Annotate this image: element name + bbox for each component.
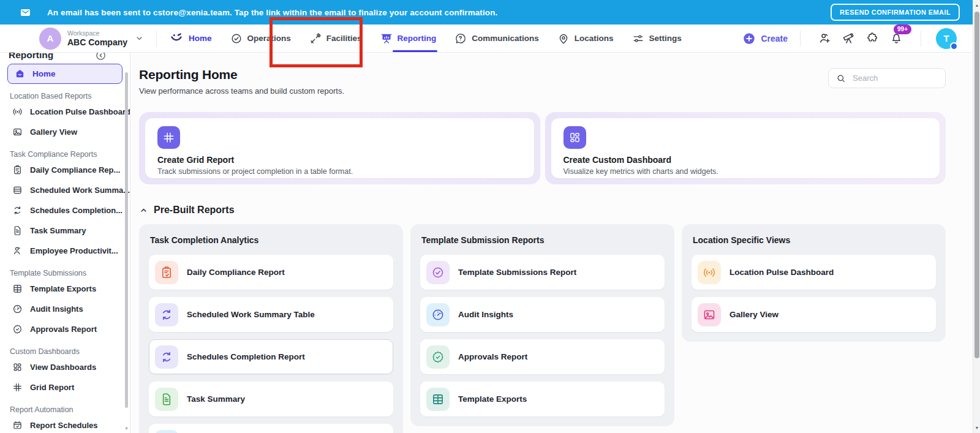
- status-dot: [950, 42, 958, 50]
- sidebar: Reporting Home Location Based Reports Lo…: [0, 53, 130, 433]
- report-item-location-pulse-dashboard[interactable]: Location Pulse Dashboard: [692, 255, 936, 290]
- app-root: An email has been sent to cstore@xenia.t…: [0, 0, 980, 433]
- sidebar-item-label: Task Summary: [30, 226, 86, 235]
- search-input[interactable]: [851, 73, 938, 83]
- rows-icon: [12, 185, 23, 195]
- telescope-icon[interactable]: [842, 32, 855, 45]
- badge-check-icon: [12, 324, 23, 334]
- sidebar-item-scheduled-work-summa[interactable]: Scheduled Work Summa...: [0, 180, 130, 200]
- person-add-icon[interactable]: [818, 32, 831, 45]
- signal-icon: [12, 107, 23, 117]
- report-item-approvals-report[interactable]: Approvals Report: [420, 339, 665, 374]
- sidebar-title: Reporting: [9, 53, 53, 61]
- sidebar-item-label: Scheduled Work Summa...: [30, 186, 130, 195]
- gauge-icon: [12, 304, 23, 314]
- report-item-audit-insights[interactable]: Audit Insights: [420, 297, 665, 332]
- create-card-description: Track submissions or project completion …: [157, 167, 522, 176]
- sidebar-item-label: Template Exports: [30, 284, 96, 293]
- workspace-switcher[interactable]: A Workspace ABC Company: [39, 28, 144, 50]
- scroll-down-arrow[interactable]: ▼: [973, 426, 980, 430]
- sidebar-scroll-down-arrow[interactable]: ▼: [124, 426, 129, 431]
- sidebar-item-label: Audit Insights: [30, 304, 83, 314]
- sidebar-item-daily-compliance-rep[interactable]: Daily Compliance Rep...: [0, 160, 130, 180]
- plus-circle-icon: [742, 32, 756, 45]
- tab-reporting[interactable]: Reporting: [380, 24, 437, 52]
- tab-home[interactable]: Home: [169, 24, 212, 52]
- report-item-label: Daily Compliance Report: [187, 268, 285, 277]
- sidebar-item-schedules-completion[interactable]: Schedules Completion...: [0, 200, 130, 220]
- sidebar-item-label: Location Pulse Dashboard: [30, 107, 130, 116]
- create-grid-report-card[interactable]: Create Grid Report Track submissions or …: [139, 112, 540, 184]
- tab-communications[interactable]: Communications: [454, 24, 539, 52]
- search-box[interactable]: [828, 68, 946, 88]
- sidebar-header: Reporting: [0, 53, 130, 62]
- refresh-icon: [155, 345, 178, 369]
- divider: [800, 31, 801, 47]
- sidebar-item-employee-productivit[interactable]: Employee Productivit...: [0, 241, 130, 261]
- sidebar-item-approvals-report[interactable]: Approvals Report: [0, 319, 130, 339]
- nav-item-label: Home: [189, 34, 212, 43]
- sidebar-item-task-summary[interactable]: Task Summary: [0, 220, 130, 241]
- create-button[interactable]: Create: [742, 32, 788, 45]
- report-item-daily-compliance-report[interactable]: Daily Compliance Report: [149, 255, 393, 290]
- check-circle-icon: [230, 32, 243, 45]
- clipboard-check-icon: [12, 165, 23, 175]
- sidebar-item-template-exports[interactable]: Template Exports: [0, 279, 130, 299]
- report-item-task-summary[interactable]: Task Summary: [149, 382, 393, 416]
- create-custom-dashboard-card[interactable]: Create Custom Dashboard Visualize key me…: [545, 112, 946, 184]
- gauge-icon: [426, 303, 450, 326]
- image-icon: [12, 127, 23, 137]
- sidebar-item-gallery-view[interactable]: Gallery View: [0, 122, 130, 142]
- prebuilt-column-title: Task Completion Analytics: [150, 235, 392, 245]
- sidebar-item-label: Home: [32, 69, 56, 78]
- report-item-schedules-completion-report[interactable]: Schedules Completion Report: [149, 339, 393, 374]
- banner-message: An email has been sent to cstore@xenia.t…: [47, 8, 497, 17]
- sidebar-item-view-dashboards[interactable]: View Dashboards: [0, 357, 130, 377]
- sidebar-item-location-pulse-dashboard[interactable]: Location Pulse Dashboard: [0, 102, 130, 122]
- chevron-up-icon: [139, 206, 148, 215]
- presentation-chart-icon: [380, 32, 393, 45]
- report-item-label: Gallery View: [729, 310, 778, 319]
- prebuilt-reports-title: Pre-Built Reports: [154, 205, 235, 216]
- nav-item-label: Communications: [472, 34, 539, 43]
- navbar-actions: Create 99+ T: [742, 28, 973, 49]
- chevron-down-icon: [134, 34, 144, 43]
- home-icon: [15, 69, 25, 79]
- tab-operations[interactable]: Operations: [230, 24, 291, 52]
- signal-icon: [698, 261, 721, 284]
- user-avatar[interactable]: T: [936, 28, 957, 49]
- tab-settings[interactable]: Settings: [632, 24, 682, 52]
- nav-item-label: Locations: [575, 34, 614, 43]
- sidebar-item-report-schedules[interactable]: Report Schedules: [0, 415, 130, 433]
- sidebar-item-grid-report[interactable]: Grid Report: [0, 377, 130, 397]
- tab-locations[interactable]: Locations: [557, 24, 614, 52]
- puzzle-icon[interactable]: [866, 32, 879, 45]
- sidebar-item-label: Gallery View: [30, 127, 77, 137]
- sidebar-item-home[interactable]: Home: [7, 64, 123, 84]
- sidebar-item-label: View Dashboards: [30, 363, 96, 372]
- sidebar-scrollbar[interactable]: [125, 72, 128, 408]
- tab-facilities[interactable]: Facilities: [309, 24, 362, 52]
- scroll-up-arrow[interactable]: ▲: [973, 3, 980, 7]
- report-item-template-submissions-report[interactable]: Template Submissions Report: [420, 255, 665, 290]
- collapse-sidebar-icon[interactable]: [95, 53, 107, 61]
- sidebar-item-audit-insights[interactable]: Audit Insights: [0, 299, 130, 319]
- page-scrollbar[interactable]: ▲ ▼: [973, 0, 980, 433]
- workspace-name: ABC Company: [67, 37, 127, 47]
- grid-icon: [157, 126, 180, 149]
- report-item-scheduled-work-summary-table[interactable]: Scheduled Work Summary Table: [149, 297, 393, 332]
- search-icon: [836, 73, 846, 83]
- report-item-employee-productivity[interactable]: Employee Productivity: [149, 424, 393, 433]
- prebuilt-columns: Task Completion Analytics Daily Complian…: [139, 224, 946, 433]
- report-item-template-exports[interactable]: Template Exports: [420, 382, 665, 416]
- xenia-logo-icon: [169, 31, 184, 46]
- scrollbar-thumb[interactable]: [974, 12, 979, 358]
- sidebar-section-label: Custom Dashboards: [10, 347, 120, 356]
- document-icon: [155, 388, 178, 411]
- location-pin-icon: [557, 32, 570, 45]
- report-item-gallery-view[interactable]: Gallery View: [692, 297, 936, 332]
- resend-confirmation-email-button[interactable]: RESEND CONFIRMATION EMAIL: [831, 4, 960, 21]
- sidebar-section-label: Task Compliance Reports: [10, 150, 120, 159]
- prebuilt-reports-header[interactable]: Pre-Built Reports: [139, 205, 946, 216]
- notifications-button[interactable]: 99+: [890, 32, 903, 45]
